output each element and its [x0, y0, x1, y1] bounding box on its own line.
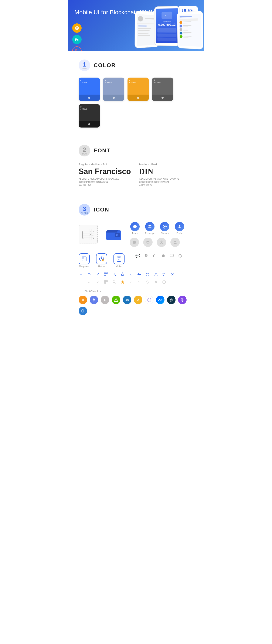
svg-line-92	[115, 275, 116, 276]
order-icon-item: Order	[114, 253, 124, 268]
hero-section: Mobile UI for Blockchain Wallet UI Kit P…	[68, 0, 204, 51]
assets-icon	[130, 222, 140, 231]
svg-rect-10	[138, 33, 148, 34]
section-1-badge: 1 ONE	[78, 60, 90, 71]
close-ghost-icon: ✕	[153, 280, 158, 284]
section-2-label: TWO	[82, 153, 87, 155]
svg-marker-93	[121, 273, 124, 276]
sf-name: San Francisco	[78, 167, 133, 176]
app-icons-row: Mangment History	[78, 253, 194, 268]
svg-marker-121	[171, 300, 172, 302]
svg-point-57	[164, 226, 166, 228]
svg-marker-119	[171, 298, 172, 300]
order-label: Order	[116, 265, 122, 268]
svg-rect-97	[88, 282, 90, 282]
grid-coin	[145, 296, 154, 304]
speech-bubble-icon	[169, 253, 174, 258]
swatch-gray-blue: #8DA0C8	[103, 78, 124, 101]
svg-rect-9	[138, 30, 150, 31]
svg-rect-87	[106, 275, 107, 275]
discover-icon	[160, 222, 169, 231]
tool-badges: Ps 60+Screens	[72, 24, 82, 51]
svg-rect-70	[118, 258, 120, 258]
close-icon: ✕	[170, 272, 175, 277]
blockchain-line	[78, 291, 83, 292]
utility-icons-row-1: + ✓ ‹ ✕	[78, 272, 194, 277]
refresh-ghost-icon	[145, 280, 150, 284]
color-swatches: #3574FA #8DA0C8 #F5A623 #666666 #303030	[78, 78, 194, 128]
svg-rect-78	[88, 273, 90, 274]
svg-rect-86	[105, 275, 106, 276]
svg-rect-71	[118, 259, 120, 259]
svg-text:i: i	[180, 255, 180, 257]
svg-text:Profile: Profile	[146, 46, 149, 48]
share-icon	[137, 272, 142, 277]
back-ghost-icon: ‹	[128, 280, 134, 284]
svg-rect-19	[158, 28, 176, 32]
settings-icon	[145, 272, 150, 277]
phone-mockups: Profile ▭ myWallet 6,297,502.12	[126, 8, 204, 51]
history-icon	[96, 253, 107, 264]
zec-coin: Z	[134, 296, 142, 304]
swatch-gray: #666666	[152, 78, 173, 101]
svg-text:▭: ▭	[165, 14, 168, 17]
history-label: History	[98, 265, 105, 268]
nav-icons-top: Assets Exchange Discover	[130, 222, 185, 234]
svg-text:i: i	[164, 281, 164, 283]
svg-rect-75	[170, 254, 174, 257]
btc-coin: ₿	[78, 296, 87, 304]
blockchain-label: BlockChain Icon	[78, 290, 194, 292]
svg-rect-98	[88, 282, 90, 283]
font-title: FONT	[94, 147, 110, 154]
icon-title: ICON	[94, 206, 109, 213]
svg-rect-99	[104, 280, 106, 282]
color-section: 1 ONE COLOR #3574FA #8DA0C8 #F5A623 #666…	[68, 51, 204, 136]
profile-icon	[175, 222, 184, 231]
exchange-ghost-icon	[143, 238, 152, 247]
section-3-badge: 3 THREE	[78, 204, 90, 216]
svg-rect-88	[107, 275, 108, 275]
discover-icon-item: Discover	[160, 222, 170, 234]
font-din: Medium · Bold DIN ABCDEFGHIJKLMNOPQRSTUV…	[139, 163, 194, 186]
wallet-icons-row: Assets Exchange Discover	[78, 222, 194, 247]
wallet-wireframe-icon	[78, 225, 98, 244]
swatch-dark: #303030	[78, 104, 100, 128]
plus-icon: +	[78, 272, 84, 277]
svg-rect-31	[183, 26, 188, 27]
svg-point-102	[113, 280, 115, 283]
other-coin	[78, 307, 87, 315]
svg-point-91	[113, 273, 115, 275]
utility-icons-row-2: + ✓ ‹ ✕ i	[78, 280, 194, 284]
svg-rect-100	[106, 280, 108, 282]
din-style: Medium · Bold	[139, 163, 194, 166]
management-label: Mangment	[79, 265, 89, 268]
svg-rect-79	[88, 274, 90, 274]
crypto-coins-row: ₿ Ł DASH Z	[78, 296, 194, 315]
svg-rect-89	[106, 276, 107, 276]
din-uppercase: ABCDEFGHIJKLMNOPQRSTUVWXYZ	[139, 178, 194, 180]
svg-rect-96	[88, 281, 90, 281]
ada-coin	[167, 296, 176, 304]
management-icon	[78, 253, 90, 264]
moon-icon	[152, 253, 157, 258]
ps-badge: Ps	[72, 35, 82, 44]
icon-section: 3 THREE ICON	[68, 195, 204, 324]
svg-rect-64	[82, 257, 84, 259]
sf-lowercase: abcdefghijklmnopqrstuvwxyz	[78, 181, 133, 183]
din-name: DIN	[139, 167, 194, 176]
swatch-blue: #3574FA	[78, 78, 100, 101]
star-icon	[120, 272, 125, 277]
svg-rect-37	[184, 34, 188, 34]
svg-marker-125	[182, 299, 183, 301]
section-2-number: 2	[83, 146, 86, 153]
qr-ghost-icon	[104, 280, 108, 284]
section-3-label: THREE	[81, 212, 88, 214]
svg-marker-111	[114, 298, 118, 302]
svg-point-61	[161, 242, 162, 243]
profile-icon-item: Profile	[174, 222, 185, 234]
svg-line-103	[115, 282, 116, 284]
profile-label: Profile	[176, 232, 182, 234]
discover-label: Discover	[161, 232, 169, 234]
svg-rect-21	[158, 38, 176, 41]
profile-ghost-icon	[170, 238, 180, 247]
